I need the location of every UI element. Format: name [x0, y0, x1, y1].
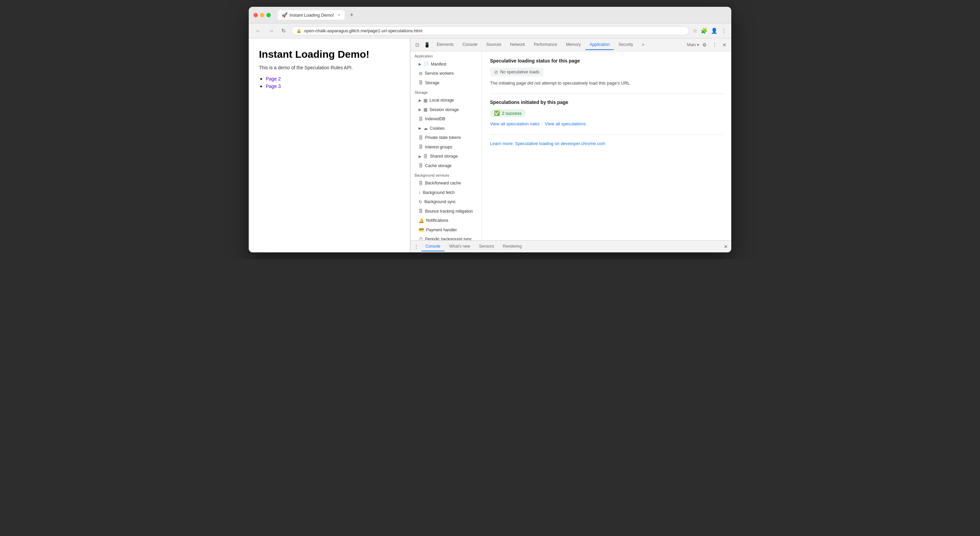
tab-sources[interactable]: Sources: [482, 40, 505, 50]
back-forward-cache-icon: 🗄: [418, 180, 423, 187]
sidebar-item-label: Local storage: [430, 97, 454, 103]
devtools-main-panel: Speculative loading status for this page…: [482, 51, 731, 240]
sidebar-section-application: Application: [410, 51, 482, 59]
close-devtools-button[interactable]: ✕: [721, 41, 729, 49]
inspect-element-button[interactable]: ⊡: [413, 41, 422, 49]
sidebar-item-storage[interactable]: 🗄 Storage: [410, 78, 482, 87]
sidebar-item-background-sync[interactable]: ↻ Background sync: [410, 197, 482, 207]
success-badge: ✅ 2 success: [490, 109, 526, 117]
tab-memory[interactable]: Memory: [562, 40, 585, 50]
background-fetch-icon: ↕: [418, 189, 421, 196]
arrow-icon: ▶: [418, 126, 422, 131]
bottom-tab-rendering[interactable]: Rendering: [499, 242, 526, 251]
sidebar-item-shared-storage[interactable]: ▶ 🗄 Shared storage: [410, 152, 482, 161]
console-more-button[interactable]: ⋮: [414, 244, 418, 249]
arrow-icon: ▶: [418, 62, 422, 67]
sidebar-item-local-storage[interactable]: ▶ ▦ Local storage: [410, 96, 482, 105]
tab-elements[interactable]: Elements: [433, 40, 458, 50]
sidebar-item-back-forward-cache[interactable]: 🗄 Back/forward cache: [410, 179, 482, 188]
tab-more[interactable]: »: [638, 40, 648, 50]
title-bar: 🚀 Instant Loading Demo! ✕ +: [249, 7, 731, 24]
close-console-button[interactable]: ✕: [724, 244, 728, 249]
sidebar-item-session-storage[interactable]: ▶ ▦ Session storage: [410, 105, 482, 115]
learn-more-link[interactable]: Learn more: Speculative loading on devel…: [490, 141, 606, 146]
arrow-icon: ▶: [418, 154, 422, 159]
bottom-tab-whats-new[interactable]: What's new: [445, 242, 474, 251]
tab-application[interactable]: Application: [585, 40, 614, 50]
maximize-button[interactable]: [266, 13, 271, 17]
tab-network[interactable]: Network: [506, 40, 529, 50]
periodic-bg-sync-icon: ⏱: [418, 236, 423, 240]
sidebar-item-label: Back/forward cache: [425, 180, 461, 186]
sidebar-item-interest-groups[interactable]: 🗄 Interest groups: [410, 142, 482, 152]
session-storage-icon: ▦: [423, 106, 428, 113]
view-speculations-link[interactable]: View all speculations: [545, 121, 585, 126]
success-check-icon: ✅: [494, 110, 500, 116]
cookies-icon: ☁: [423, 125, 428, 132]
extensions-icon[interactable]: 🧩: [701, 27, 708, 34]
sidebar-item-cache-storage[interactable]: 🗄 Cache storage: [410, 161, 482, 170]
bookmark-icon[interactable]: ☆: [692, 27, 697, 34]
status-badge: ⊘ No speculative loads: [490, 68, 543, 76]
address-bar[interactable]: 🔒 open-chalk-asparagus.glitch.me/page1-u…: [291, 26, 689, 35]
sidebar-item-manifest[interactable]: ▶ 📄 Manifest: [410, 59, 482, 69]
sidebar-item-indexeddb[interactable]: 🗄 IndexedDB: [410, 115, 482, 124]
bottom-tab-console[interactable]: Console: [422, 242, 444, 251]
sidebar-item-label: Payment handler: [426, 227, 457, 233]
tab-security[interactable]: Security: [614, 40, 637, 50]
sidebar-item-periodic-background-sync[interactable]: ⏱ Periodic background sync: [410, 235, 482, 240]
refresh-button[interactable]: ↻: [279, 27, 288, 35]
device-toolbar-button[interactable]: 📱: [422, 41, 432, 49]
section-divider: [490, 94, 723, 94]
bottom-tab-sensors[interactable]: Sensors: [475, 242, 498, 251]
page-content: Instant Loading Demo! This is a demo of …: [249, 38, 410, 252]
devtools-sidebar: Application ▶ 📄 Manifest ⚙ Service worke…: [410, 51, 482, 240]
minimize-button[interactable]: [260, 13, 264, 17]
sidebar-item-label: Private state tokens: [425, 135, 461, 141]
arrow-icon: ▶: [418, 98, 422, 103]
success-badge-text: 2 success: [502, 111, 522, 116]
sidebar-item-background-fetch[interactable]: ↕ Background fetch: [410, 188, 482, 197]
close-button[interactable]: [253, 13, 258, 17]
settings-button[interactable]: ⚙: [700, 41, 709, 49]
local-storage-icon: ▦: [423, 97, 428, 104]
sidebar-item-notifications[interactable]: 🔔 Notifications: [410, 216, 482, 226]
speculations-section: Speculations initiated by this page ✅ 2 …: [490, 100, 723, 126]
page-link-3[interactable]: Page 3: [266, 84, 281, 89]
devtools-right-buttons: Main ▾ ⚙ ⋮ ✕: [687, 41, 729, 49]
sidebar-item-payment-handler[interactable]: 💳 Payment handler: [410, 225, 482, 235]
browser-tab[interactable]: 🚀 Instant Loading Demo! ✕: [278, 10, 345, 20]
storage-icon: 🗄: [418, 80, 423, 86]
profile-icon[interactable]: 👤: [711, 27, 718, 34]
browser-window: 🚀 Instant Loading Demo! ✕ + ← → ↻ 🔒 open…: [249, 7, 731, 252]
page-link-2[interactable]: Page 2: [266, 76, 281, 81]
sidebar-item-label: Bounce tracking mitigation: [425, 208, 473, 214]
forward-button[interactable]: →: [266, 27, 276, 35]
tab-performance[interactable]: Performance: [530, 40, 562, 50]
tab-title: Instant Loading Demo!: [290, 13, 334, 17]
tab-console[interactable]: Console: [458, 40, 482, 50]
page-description: This is a demo of the Speculation Rules …: [259, 65, 399, 70]
more-button[interactable]: ⋮: [710, 41, 719, 49]
status-section-title: Speculative loading status for this page: [490, 58, 723, 64]
manifest-icon: 📄: [423, 61, 429, 68]
context-selector[interactable]: Main ▾: [687, 43, 699, 47]
sidebar-item-service-workers[interactable]: ⚙ Service workers: [410, 69, 482, 78]
tab-close-button[interactable]: ✕: [337, 13, 340, 17]
back-button[interactable]: ←: [253, 27, 263, 35]
view-speculation-rules-link[interactable]: View all speculation rules: [490, 121, 539, 126]
sidebar-item-cookies[interactable]: ▶ ☁ Cookies: [410, 124, 482, 133]
sidebar-section-background: Background services: [410, 170, 482, 179]
devtools-bottom-bar: ⋮ Console What's new Sensors Rendering ✕: [410, 240, 731, 252]
sidebar-item-label: Interest groups: [425, 144, 452, 150]
sidebar-item-label: Notifications: [426, 217, 448, 224]
notifications-icon: 🔔: [418, 217, 424, 224]
sidebar-item-private-state-tokens[interactable]: 🗄 Private state tokens: [410, 133, 482, 143]
tab-favicon: 🚀: [282, 12, 288, 17]
sidebar-item-label: Manifest: [431, 61, 446, 67]
nav-bar: ← → ↻ 🔒 open-chalk-asparagus.glitch.me/p…: [249, 24, 731, 38]
devtools-body: Application ▶ 📄 Manifest ⚙ Service worke…: [410, 51, 731, 240]
menu-icon[interactable]: ⋮: [721, 27, 727, 34]
sidebar-item-bounce-tracking[interactable]: 🗄 Bounce tracking mitigation: [410, 207, 482, 216]
new-tab-button[interactable]: +: [350, 11, 354, 19]
